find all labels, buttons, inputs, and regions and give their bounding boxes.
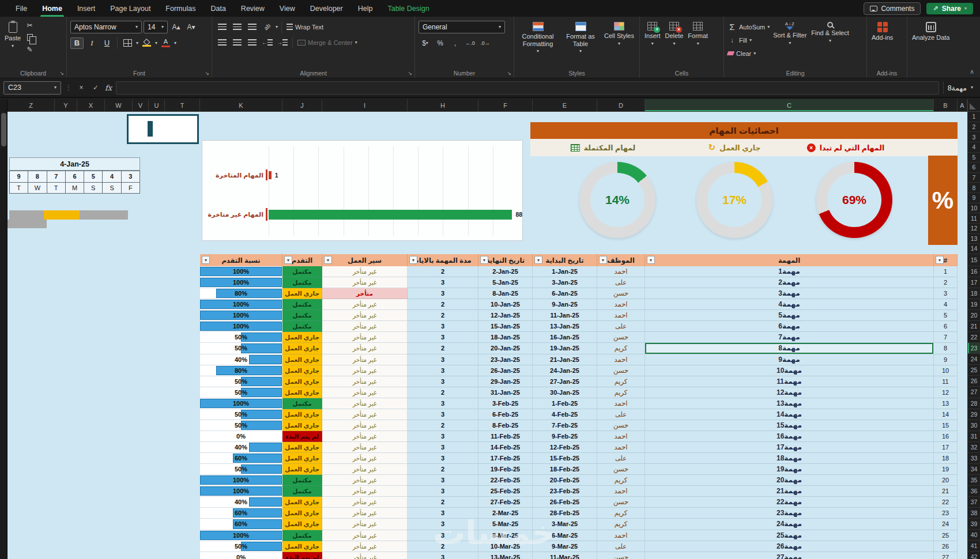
- cell-flow[interactable]: غير متأخر: [322, 376, 408, 387]
- cell-num[interactable]: 10: [934, 365, 958, 376]
- cell-dur[interactable]: 3: [408, 552, 478, 559]
- cell-status[interactable]: لم يتم البدء: [282, 431, 322, 442]
- cell-start[interactable]: 24-Jan-25: [533, 365, 597, 376]
- cell-task[interactable]: مهمة8: [645, 343, 934, 354]
- cell-emp[interactable]: على: [597, 541, 645, 552]
- cell-pct[interactable]: 100%: [200, 398, 282, 409]
- comma-style-button[interactable]: ,: [448, 37, 462, 49]
- cell-status[interactable]: جاري العمل: [282, 541, 322, 552]
- cell-start[interactable]: 3-Mar-25: [533, 519, 597, 530]
- cell-task[interactable]: مهمة18: [645, 453, 934, 464]
- cell-flow[interactable]: غير متأخر: [322, 530, 408, 541]
- cell-emp[interactable]: حسن: [597, 464, 645, 475]
- cell-task[interactable]: مهمة11: [645, 376, 934, 387]
- menu-tab-data[interactable]: Data: [203, 0, 233, 17]
- cell-dur[interactable]: 3: [408, 354, 478, 365]
- date-spinner-control[interactable]: [127, 114, 199, 144]
- cell-end[interactable]: 20-Jan-25: [478, 343, 533, 354]
- column-header-T[interactable]: T: [165, 99, 200, 111]
- cell-task[interactable]: مهمة22: [645, 497, 934, 508]
- cell-dur[interactable]: 3: [408, 442, 478, 453]
- cell-pct[interactable]: 50%: [200, 332, 282, 343]
- cell-task[interactable]: مهمة7: [645, 332, 934, 343]
- cell-dur[interactable]: 3: [408, 486, 478, 497]
- number-format-select[interactable]: General ▾: [419, 21, 505, 33]
- cell-start[interactable]: 28-Feb-25: [533, 508, 597, 519]
- cell-start[interactable]: 6-Mar-25: [533, 530, 597, 541]
- cell-status[interactable]: جاري العمل: [282, 420, 322, 431]
- filter-button[interactable]: ▼: [647, 256, 655, 264]
- cell-start[interactable]: 21-Jan-25: [533, 354, 597, 365]
- cell-start[interactable]: 9-Feb-25: [533, 431, 597, 442]
- cell-task[interactable]: مهمة26: [645, 541, 934, 552]
- cell-end[interactable]: 22-Feb-25: [478, 475, 533, 486]
- format-cells-button[interactable]: Format ▾: [685, 19, 710, 47]
- copy-button[interactable]: [23, 31, 36, 43]
- increase-indent-button[interactable]: →: [276, 36, 289, 48]
- cell-num[interactable]: 21: [934, 486, 958, 497]
- cell-dur[interactable]: 3: [408, 530, 478, 541]
- cell-pct[interactable]: 60%: [200, 508, 282, 519]
- menu-tab-insert[interactable]: Insert: [70, 0, 103, 17]
- cell-flow[interactable]: غير متأخر: [322, 420, 408, 431]
- cell-emp[interactable]: احمد: [597, 530, 645, 541]
- cell-dur[interactable]: 3: [408, 376, 478, 387]
- cell-dur[interactable]: 3: [408, 277, 478, 288]
- italic-button[interactable]: I: [85, 37, 99, 49]
- fill-color-button[interactable]: [140, 37, 153, 49]
- cell-end[interactable]: 3-Feb-25: [478, 398, 533, 409]
- cell-pct[interactable]: 50%: [200, 343, 282, 354]
- row-header-11[interactable]: 11: [968, 213, 980, 224]
- cell-status[interactable]: جاري العمل: [282, 354, 322, 365]
- cell-pct[interactable]: 50%: [200, 541, 282, 552]
- cell-start[interactable]: 1-Feb-25: [533, 398, 597, 409]
- dialog-launcher-icon[interactable]: ↘: [507, 71, 511, 76]
- row-header-42[interactable]: 42: [968, 552, 980, 559]
- row-header-31[interactable]: 31: [968, 431, 980, 442]
- cell-status[interactable]: مكتمل: [282, 277, 322, 288]
- bold-button[interactable]: B: [70, 37, 84, 49]
- cell-status[interactable]: جاري العمل: [282, 409, 322, 420]
- cell-pct[interactable]: 50%: [200, 409, 282, 420]
- column-header-K[interactable]: K: [200, 99, 282, 111]
- cell-num[interactable]: 11: [934, 376, 958, 387]
- cut-button[interactable]: ✂: [23, 19, 36, 31]
- cell-flow[interactable]: غير متأخر: [322, 552, 408, 559]
- analyze-data-button[interactable]: Analyze Data: [910, 19, 952, 42]
- row-header-28[interactable]: 28: [968, 398, 980, 409]
- cell-status[interactable]: جاري العمل: [282, 343, 322, 354]
- cell-num[interactable]: 4: [934, 299, 958, 310]
- conditional-formatting-button[interactable]: Conditional Formatting ▾: [517, 19, 559, 54]
- cell-flow[interactable]: غير متأخر: [322, 442, 408, 453]
- paste-button[interactable]: Paste ▾: [2, 19, 23, 49]
- cell-num[interactable]: 27: [934, 552, 958, 559]
- filter-button[interactable]: ▼: [534, 256, 542, 264]
- enter-icon[interactable]: ✓: [91, 84, 101, 92]
- cell-task[interactable]: مهمة6: [645, 321, 934, 332]
- row-header-34[interactable]: 34: [968, 464, 980, 475]
- cell-status[interactable]: جاري العمل: [282, 376, 322, 387]
- cell-pct[interactable]: 50%: [200, 420, 282, 431]
- row-header-38[interactable]: 38: [968, 508, 980, 519]
- menu-tab-formulas[interactable]: Formulas: [158, 0, 203, 17]
- cell-status[interactable]: مكتمل: [282, 310, 322, 321]
- row-header-29[interactable]: 29: [968, 409, 980, 420]
- column-header-E[interactable]: E: [533, 99, 597, 111]
- cell-status[interactable]: جاري العمل: [282, 497, 322, 508]
- cell-flow[interactable]: غير متأخر: [322, 541, 408, 552]
- cell-task[interactable]: مهمة12: [645, 387, 934, 398]
- cell-flow[interactable]: غير متأخر: [322, 387, 408, 398]
- decrease-font-button[interactable]: A▾: [184, 21, 198, 33]
- cell-flow[interactable]: غير متأخر: [322, 453, 408, 464]
- cell-dur[interactable]: 2: [408, 310, 478, 321]
- cell-pct[interactable]: 50%: [200, 464, 282, 475]
- cell-dur[interactable]: 2: [408, 541, 478, 552]
- cell-flow[interactable]: غير متأخر: [322, 475, 408, 486]
- cell-dur[interactable]: 2: [408, 387, 478, 398]
- row-header-15[interactable]: 15: [968, 254, 980, 266]
- cell-emp[interactable]: كريم: [597, 475, 645, 486]
- cell-end[interactable]: 27-Feb-25: [478, 497, 533, 508]
- column-header-Z[interactable]: Z: [7, 99, 55, 111]
- delete-cells-button[interactable]: × Delete ▾: [663, 19, 686, 47]
- font-size-select[interactable]: 14 ▾: [144, 21, 168, 33]
